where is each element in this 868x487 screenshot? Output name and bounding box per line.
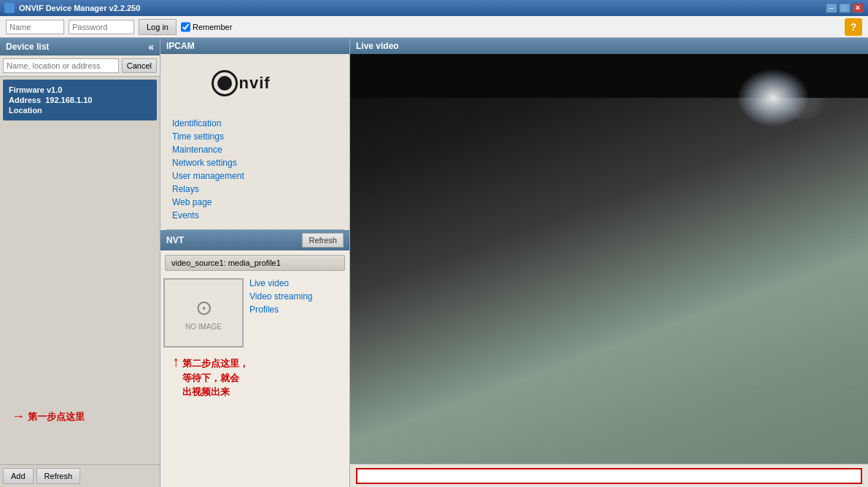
search-cancel-button[interactable]: Cancel xyxy=(122,58,157,73)
network-settings-link[interactable]: Network settings xyxy=(172,158,338,168)
profile-item[interactable]: video_source1: media_profile1 xyxy=(165,255,345,271)
profile-name: video_source1: media_profile1 xyxy=(171,258,281,267)
device-list-footer: Add Refresh xyxy=(0,464,160,487)
device-list-panel: Device list « Cancel Firmware v1.0 Addre… xyxy=(0,38,160,487)
ipcam-logo-area: nvif xyxy=(160,54,349,112)
app-icon xyxy=(4,3,15,13)
web-page-link[interactable]: Web page xyxy=(172,197,338,207)
ipcam-panel: IPCAM nvif Identification Time settings … xyxy=(160,38,350,487)
step2-text: 第二步点这里，等待下，就会出视频出来 xyxy=(182,356,249,399)
main-content: Device list « Cancel Firmware v1.0 Addre… xyxy=(0,38,868,487)
device-list-search: Cancel xyxy=(0,55,160,77)
video-overlay: ❚❚ xyxy=(350,54,868,464)
maximize-button[interactable]: □ xyxy=(839,3,850,13)
events-link[interactable]: Events xyxy=(172,210,338,221)
step2-arrow-icon: ↑ xyxy=(172,353,179,370)
password-input[interactable] xyxy=(69,20,134,34)
name-input[interactable] xyxy=(6,20,64,34)
nvt-section: NVT Refresh video_source1: media_profile… xyxy=(160,230,349,487)
device-list-item[interactable]: Firmware v1.0 Address 192.168.1.10 Locat… xyxy=(3,80,157,120)
identification-link[interactable]: Identification xyxy=(172,118,338,129)
camera-icon: ⊙ xyxy=(195,296,212,320)
remember-label: Remember xyxy=(193,23,232,31)
add-device-button[interactable]: Add xyxy=(3,468,34,484)
nvt-refresh-button[interactable]: Refresh xyxy=(302,233,344,248)
location-label: Location xyxy=(9,106,42,115)
no-image-text: NO IMAGE xyxy=(185,323,222,331)
relays-link[interactable]: Relays xyxy=(172,184,338,194)
time-settings-link[interactable]: Time settings xyxy=(172,131,338,142)
top-right-icon: ? xyxy=(845,18,862,36)
onvif-text: nvif xyxy=(239,74,271,93)
step2-annotation: ↑ 第二步点这里，等待下，就会出视频出来 xyxy=(172,356,338,399)
onvif-circle-inner-icon xyxy=(217,76,232,91)
live-video-title: Live video xyxy=(356,41,399,51)
minimize-button[interactable]: ─ xyxy=(826,3,837,13)
ipcam-links: Identification Time settings Maintenance… xyxy=(160,112,349,229)
onvif-circle-icon xyxy=(212,70,238,96)
no-image-box: ⊙ NO IMAGE xyxy=(163,278,244,348)
step1-text: 第一步点这里 xyxy=(28,410,85,423)
collapse-button[interactable]: « xyxy=(148,41,154,53)
login-bar: Log in Remember ? xyxy=(0,16,868,38)
profiles-link[interactable]: Profiles xyxy=(249,304,313,315)
refresh-device-button[interactable]: Refresh xyxy=(36,468,81,484)
step1-arrow-icon: → xyxy=(12,409,25,424)
device-list-header: Device list « xyxy=(0,38,160,55)
firmware-label: Firmware xyxy=(9,85,44,94)
maintenance-link[interactable]: Maintenance xyxy=(172,145,338,155)
middle-annotation: ↑ 第二步点这里，等待下，就会出视频出来 xyxy=(160,350,349,487)
firmware-value: v1.0 xyxy=(47,85,62,94)
rtsp-url-input[interactable]: rtsp://192.168.1.10/test.264 xyxy=(356,468,862,484)
live-video-panel: Live video ❚❚ rtsp://192.168.1.10/test.2… xyxy=(350,38,868,487)
device-search-input[interactable] xyxy=(3,58,119,73)
left-annotation-area: → 第一步点这里 xyxy=(0,123,160,464)
title-bar: ONVIF Device Manager v2.2.250 ─ □ ✕ xyxy=(0,0,868,16)
live-video-content: ❚❚ xyxy=(350,54,868,464)
app-title: ONVIF Device Manager v2.2.250 xyxy=(19,4,140,12)
video-streaming-link[interactable]: Video streaming xyxy=(249,291,313,302)
address-value: 192.168.1.10 xyxy=(45,96,92,104)
remember-checkbox[interactable] xyxy=(181,20,190,34)
step1-annotation: → 第一步点这里 xyxy=(12,409,85,424)
address-label: Address xyxy=(9,96,41,104)
close-button[interactable]: ✕ xyxy=(852,3,864,13)
device-list-title: Device list xyxy=(6,42,49,52)
login-button[interactable]: Log in xyxy=(139,19,177,35)
nvt-title: NVT xyxy=(166,235,184,245)
live-video-footer: rtsp://192.168.1.10/test.264 xyxy=(350,464,868,487)
remember-section: Remember xyxy=(181,20,232,34)
profile-links: Live video Video streaming Profiles xyxy=(249,278,313,348)
onvif-logo: nvif xyxy=(212,69,299,98)
address-line: Address 192.168.1.10 xyxy=(9,96,151,104)
user-management-link[interactable]: User management xyxy=(172,171,338,181)
ipcam-header: IPCAM xyxy=(160,38,349,54)
firmware-line: Firmware v1.0 xyxy=(9,85,151,94)
live-video-header: Live video xyxy=(350,38,868,54)
live-video-link[interactable]: Live video xyxy=(249,278,313,288)
window-controls: ─ □ ✕ xyxy=(826,3,864,13)
profile-content: ⊙ NO IMAGE Live video Video streaming Pr… xyxy=(160,275,349,350)
ipcam-title: IPCAM xyxy=(166,41,195,51)
light-reflection xyxy=(737,69,810,127)
location-line: Location xyxy=(9,106,151,115)
nvt-header: NVT Refresh xyxy=(160,230,349,250)
